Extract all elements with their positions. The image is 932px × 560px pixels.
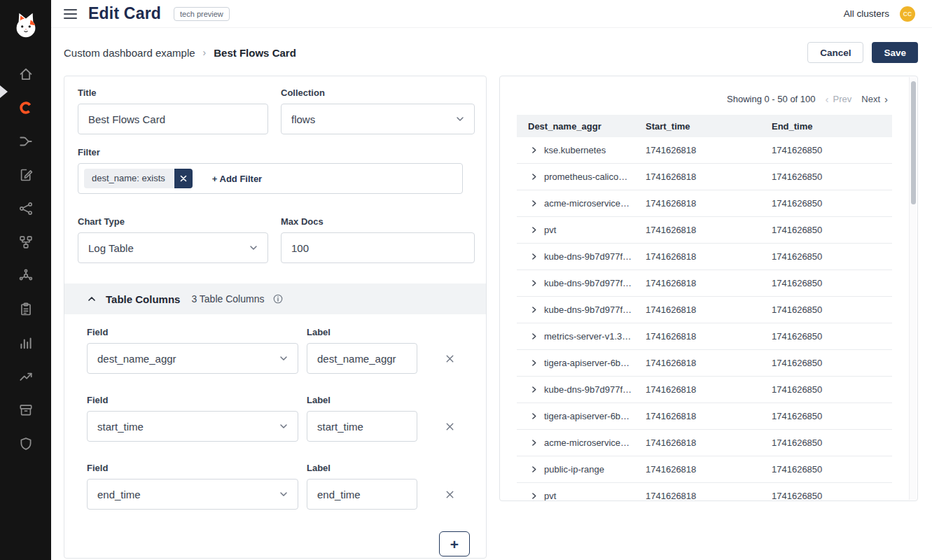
next-page-button[interactable]: Next (861, 94, 880, 104)
cluster-selector[interactable]: All clusters (844, 8, 889, 19)
cell-end-time: 1741626850 (760, 172, 892, 182)
table-row: kube-dns-9b7d977f… 1741626818 1741626850 (517, 244, 892, 270)
row-expand-button[interactable] (529, 385, 538, 394)
label-label: Label (307, 463, 417, 473)
row-expand-button[interactable] (529, 199, 538, 208)
sidebar-item-service-graph[interactable] (9, 125, 43, 158)
remove-column-button[interactable] (444, 421, 456, 433)
cell-dest-name: kube-dns-9b7d977f… (544, 251, 632, 262)
sidebar-item-compliance[interactable] (9, 293, 43, 326)
scrollbar-track[interactable] (909, 77, 917, 500)
sidebar-item-tiers[interactable] (9, 225, 43, 259)
cell-end-time: 1741626850 (760, 464, 892, 475)
collapse-section-button[interactable] (86, 293, 97, 304)
label-input[interactable] (307, 479, 417, 510)
policies-icon (18, 167, 34, 183)
table-row: tigera-apiserver-6b… 1741626818 17416268… (517, 350, 892, 377)
breadcrumb-current: Best Flows Card (214, 47, 296, 59)
row-expand-button[interactable] (529, 252, 538, 261)
cell-start-time: 1741626818 (634, 384, 760, 395)
endpoints-icon (18, 201, 34, 216)
row-expand-button[interactable] (529, 358, 538, 368)
cell-start-time: 1741626818 (634, 358, 760, 368)
cell-start-time: 1741626818 (634, 491, 760, 501)
tech-preview-badge: tech preview (174, 7, 230, 21)
breadcrumb-parent-link[interactable]: Custom dashboard example (64, 47, 195, 59)
chevron-down-icon (278, 489, 289, 500)
field-select[interactable]: start_time (87, 411, 298, 442)
row-expand-button[interactable] (529, 438, 538, 447)
field-select[interactable]: dest_name_aggr (87, 343, 298, 374)
sidebar-item-endpoints[interactable] (9, 192, 43, 225)
cell-start-time: 1741626818 (634, 225, 760, 235)
chevron-right-icon (529, 332, 538, 341)
calico-cat-icon (10, 9, 42, 43)
chevron-left-icon[interactable]: ‹ (826, 93, 829, 105)
chart-type-select[interactable]: Log Table (78, 232, 268, 263)
row-expand-button[interactable] (529, 172, 538, 181)
row-expand-button[interactable] (529, 491, 538, 500)
save-button[interactable]: Save (872, 42, 918, 63)
pagination: ‹ Prev Next › (826, 93, 888, 105)
add-column-button[interactable]: + (439, 531, 470, 556)
sidebar-item-dashboards-active[interactable] (9, 91, 43, 125)
calico-logo[interactable] (8, 7, 44, 45)
sidebar-item-logs[interactable] (9, 326, 43, 360)
compliance-icon (18, 302, 34, 317)
sidebar-item-networks[interactable] (9, 259, 43, 293)
cell-dest-name: kube-dns-9b7d977f… (544, 384, 632, 395)
preview-panel: Showing 0 - 50 of 100 ‹ Prev Next › Dest… (499, 76, 918, 501)
scrollbar-thumb[interactable] (911, 81, 916, 204)
menu-toggle-button[interactable] (64, 6, 79, 22)
chart-type-label: Chart Type (78, 216, 268, 227)
prev-page-button[interactable]: Prev (833, 94, 852, 104)
max-docs-input[interactable] (281, 232, 475, 263)
registry-icon (18, 402, 34, 418)
field-select[interactable]: end_time (87, 479, 298, 510)
table-row: acme-microservice… 1741626818 1741626850 (517, 190, 892, 217)
cell-start-time: 1741626818 (634, 198, 760, 209)
user-avatar[interactable]: CC (900, 6, 915, 22)
title-input[interactable] (78, 104, 268, 134)
row-expand-button[interactable] (529, 305, 538, 314)
remove-column-button[interactable] (444, 353, 456, 365)
column-header-dest: Dest_name_aggr (517, 121, 634, 132)
row-expand-button[interactable] (529, 225, 538, 234)
cell-end-time: 1741626850 (760, 491, 892, 501)
sidebar-item-home[interactable] (9, 57, 43, 91)
service-graph-icon (18, 134, 34, 149)
section-title: Table Columns (106, 293, 180, 305)
cell-dest-name: tigera-apiserver-6b… (544, 358, 630, 368)
filter-chip-text: dest_name: exists (84, 169, 173, 188)
cell-start-time: 1741626818 (634, 331, 760, 342)
label-input[interactable] (307, 411, 417, 442)
label-input[interactable] (307, 343, 417, 374)
cell-start-time: 1741626818 (634, 145, 760, 155)
row-expand-button[interactable] (529, 279, 538, 288)
cell-end-time: 1741626850 (760, 145, 892, 155)
table-row: public-ip-range 1741626818 1741626850 (517, 456, 892, 483)
chevron-right-icon[interactable]: › (884, 93, 888, 105)
sidebar-item-threat-defense[interactable] (9, 427, 43, 461)
cell-end-time: 1741626850 (760, 278, 892, 288)
sidebar-item-policies[interactable] (9, 158, 43, 192)
add-filter-button[interactable]: + Add Filter (212, 174, 262, 184)
row-expand-button[interactable] (529, 146, 538, 155)
cell-end-time: 1741626850 (760, 358, 892, 368)
row-expand-button[interactable] (529, 332, 538, 341)
topbar: Edit Card tech preview All clusters CC (51, 0, 932, 28)
remove-filter-button[interactable] (174, 169, 193, 188)
collection-select[interactable]: flows (281, 104, 475, 134)
cancel-button[interactable]: Cancel (807, 42, 863, 63)
remove-column-button[interactable] (444, 489, 456, 500)
pagination-status: Showing 0 - 50 of 100 (727, 94, 815, 104)
row-expand-button[interactable] (529, 412, 538, 421)
filter-label: Filter (78, 147, 473, 158)
chevron-down-icon (278, 421, 289, 432)
sidebar-item-alerts[interactable] (9, 360, 43, 393)
row-expand-button[interactable] (529, 465, 538, 474)
filter-box: dest_name: exists + Add Filter (78, 163, 463, 194)
info-button[interactable] (272, 293, 284, 304)
sidebar-item-registry[interactable] (9, 393, 43, 427)
chevron-right-icon (529, 199, 538, 208)
